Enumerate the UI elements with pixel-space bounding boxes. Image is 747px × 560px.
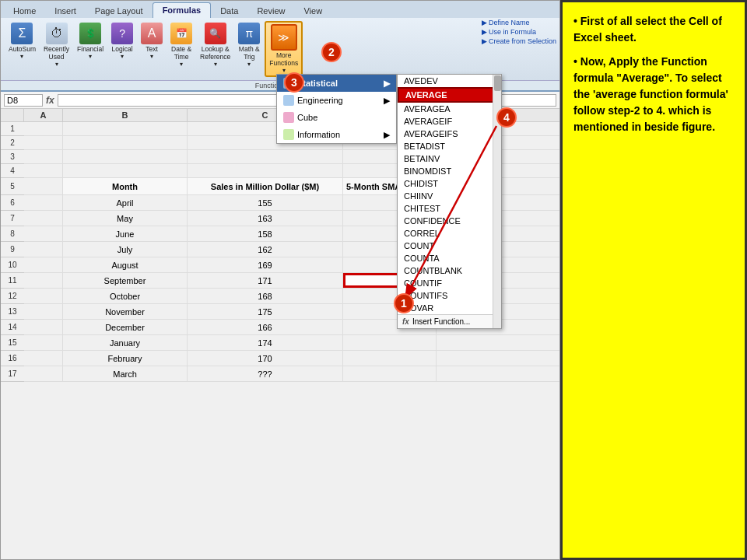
cell-a17[interactable]	[24, 366, 63, 381]
cell-a6[interactable]	[24, 195, 63, 210]
cell-b12[interactable]: October	[63, 289, 188, 303]
autosum-button[interactable]: Σ AutoSum ▾	[5, 21, 39, 61]
cell-b1[interactable]	[63, 122, 188, 135]
define-name-button[interactable]: ▶ Define Name	[482, 18, 556, 27]
cell-b16[interactable]: February	[63, 351, 188, 366]
menu-item-engineering[interactable]: Engineering ▶	[277, 92, 396, 109]
cell-c7[interactable]: 163	[188, 211, 343, 226]
statistical-arrow: ▶	[384, 79, 390, 89]
insert-function-bar[interactable]: fx Insert Function...	[398, 314, 501, 328]
cell-c8[interactable]: 158	[188, 226, 343, 241]
cell-a5[interactable]	[24, 178, 63, 194]
cell-a14[interactable]	[24, 320, 63, 334]
cell-c15[interactable]: 174	[188, 335, 343, 350]
tab-formulas[interactable]: Formulas	[153, 2, 212, 18]
cell-b6[interactable]: April	[63, 195, 188, 210]
stat-item-correl[interactable]: CORREL	[398, 227, 501, 240]
tab-home[interactable]: Home	[4, 4, 45, 18]
badge-4: 4	[496, 107, 517, 128]
autosum-label: AutoSum	[9, 45, 36, 53]
cell-reference-input[interactable]	[4, 94, 43, 107]
cell-a4[interactable]	[24, 164, 63, 177]
cell-c12[interactable]: 168	[188, 289, 343, 303]
cell-a13[interactable]	[24, 304, 63, 319]
cell-c6[interactable]: 155	[188, 195, 343, 210]
stat-item-betainv[interactable]: BETAINV	[398, 152, 501, 165]
stat-item-chidist[interactable]: CHIDIST	[398, 177, 501, 190]
math-trig-button[interactable]: π Math &Trig ▾	[235, 21, 263, 69]
cell-b13[interactable]: November	[63, 304, 188, 319]
financial-button[interactable]: 💲 Financial ▾	[74, 21, 107, 61]
cell-d15[interactable]	[343, 335, 437, 350]
tab-page-layout[interactable]: Page Layout	[86, 4, 153, 18]
row-16: 16 February 170	[1, 351, 559, 366]
cell-c17[interactable]: ???	[188, 366, 343, 381]
scroll-thumb[interactable]	[494, 75, 501, 91]
text-button[interactable]: A Text ▾	[138, 21, 166, 61]
stat-item-countblank[interactable]: COUNTBLANK	[398, 264, 501, 277]
tab-insert[interactable]: Insert	[45, 4, 86, 18]
cell-b10[interactable]: August	[63, 257, 188, 272]
stat-item-chiinv[interactable]: CHIINV	[398, 190, 501, 202]
cell-a8[interactable]	[24, 226, 63, 241]
cell-b15[interactable]: January	[63, 335, 188, 350]
stat-item-chitest[interactable]: CHITEST	[398, 202, 501, 215]
menu-item-information[interactable]: Information ▶	[277, 126, 396, 143]
cell-c9[interactable]: 162	[188, 242, 343, 257]
cell-c3[interactable]	[188, 150, 343, 163]
stat-item-avedev[interactable]: AVEDEV	[398, 75, 501, 87]
cell-a9[interactable]	[24, 242, 63, 257]
cell-b7[interactable]: May	[63, 211, 188, 226]
logical-button[interactable]: ? Logical ▾	[108, 21, 136, 61]
information-arrow: ▶	[384, 130, 390, 140]
cell-b8[interactable]: June	[63, 226, 188, 241]
cell-d17[interactable]	[343, 366, 437, 381]
cell-a2[interactable]	[24, 136, 63, 149]
cell-a10[interactable]	[24, 257, 63, 272]
lookup-ref-button[interactable]: 🔍 Lookup &Reference ▾	[197, 21, 233, 69]
cell-b17[interactable]: March	[63, 366, 188, 381]
cell-a3[interactable]	[24, 150, 63, 163]
recently-used-button[interactable]: ⏱ RecentlyUsed ▾	[40, 21, 72, 69]
cell-a1[interactable]	[24, 122, 63, 135]
stat-item-averageif[interactable]: AVERAGEIF	[398, 115, 501, 128]
cell-c10[interactable]: 169	[188, 257, 343, 272]
stat-item-confidence[interactable]: CONFIDENCE	[398, 215, 501, 227]
cell-c13[interactable]: 175	[188, 304, 343, 319]
cell-c14[interactable]: 166	[188, 320, 343, 334]
cell-c5-sales[interactable]: Sales in Million Dollar ($M)	[188, 178, 343, 194]
cell-b4[interactable]	[63, 164, 188, 177]
cell-c4[interactable]	[188, 164, 343, 177]
cell-b2[interactable]	[63, 136, 188, 149]
stat-item-average[interactable]: AVERAGE	[398, 87, 501, 103]
cell-a15[interactable]	[24, 335, 63, 350]
create-from-selection-button[interactable]: ▶ Create from Selection	[482, 37, 556, 46]
cell-a11[interactable]	[24, 273, 63, 288]
stat-item-averageifs[interactable]: AVERAGEIFS	[398, 128, 501, 140]
cell-b14[interactable]: December	[63, 320, 188, 334]
cell-c11[interactable]: 171	[188, 273, 343, 288]
stat-item-averagea[interactable]: AVERAGEA	[398, 103, 501, 115]
stat-item-betadist[interactable]: BETADIST	[398, 140, 501, 152]
cell-b3[interactable]	[63, 150, 188, 163]
menu-item-cube[interactable]: Cube	[277, 109, 396, 126]
stat-item-count[interactable]: COUNT	[398, 240, 501, 252]
cell-b9[interactable]: July	[63, 242, 188, 257]
row-17: 17 March ???	[1, 366, 559, 382]
cell-a16[interactable]	[24, 351, 63, 366]
cell-a7[interactable]	[24, 211, 63, 226]
use-in-formula-button[interactable]: ▶ Use in Formula	[482, 27, 556, 37]
date-time-button[interactable]: 📅 Date &Time ▾	[167, 21, 195, 69]
more-functions-button[interactable]: ≫ MoreFunctions ▾	[265, 21, 303, 77]
cell-b11[interactable]: September	[63, 273, 188, 288]
stat-item-binomdist[interactable]: BINOMDIST	[398, 165, 501, 177]
tab-review[interactable]: Review	[247, 4, 294, 18]
cell-c16[interactable]: 170	[188, 351, 343, 366]
stat-item-counta[interactable]: COUNTA	[398, 252, 501, 264]
cell-d16[interactable]	[343, 351, 437, 366]
cell-b5-month[interactable]: Month	[63, 178, 188, 194]
stat-item-countif[interactable]: COUNTIF	[398, 277, 501, 289]
cell-a12[interactable]	[24, 289, 63, 303]
tab-data[interactable]: Data	[211, 4, 247, 18]
tab-view[interactable]: View	[294, 4, 331, 18]
